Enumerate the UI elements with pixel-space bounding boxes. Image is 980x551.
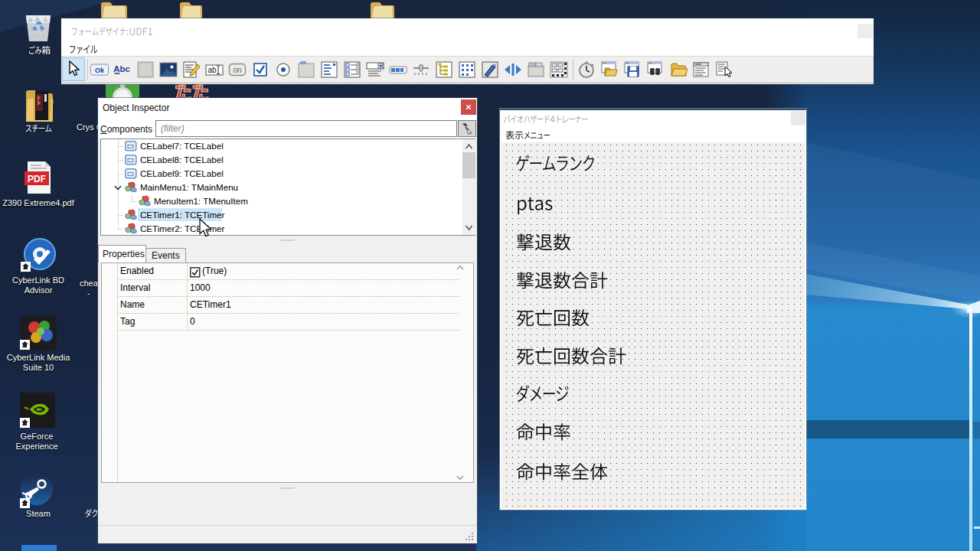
svg-text:ab: ab	[207, 66, 217, 74]
svg-text:on: on	[233, 66, 241, 74]
svg-text:Ok: Ok	[95, 67, 105, 74]
svg-text:Abc: Abc	[113, 64, 130, 73]
svg-text:PDF: PDF	[28, 174, 46, 184]
